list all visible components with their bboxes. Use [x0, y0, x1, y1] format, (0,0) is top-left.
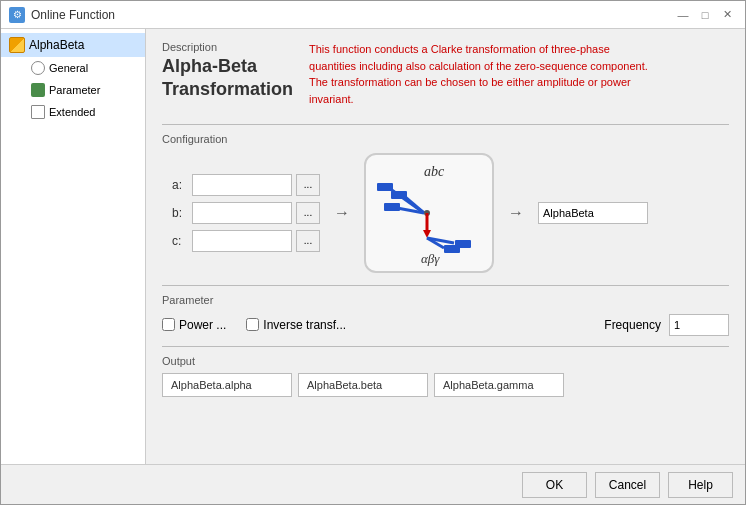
frequency-row: Frequency: [604, 314, 729, 336]
sidebar-label-general: General: [49, 62, 88, 74]
browse-b[interactable]: ...: [296, 202, 320, 224]
close-button[interactable]: ✕: [717, 5, 737, 25]
checkbox-power-input[interactable]: [162, 318, 175, 331]
parameter-body: Power ... Inverse transf... Frequency: [162, 314, 729, 336]
window-controls: — □ ✕: [673, 5, 737, 25]
label-a: a:: [172, 178, 188, 192]
checkbox-inverse: Inverse transf...: [246, 318, 346, 332]
description-label: Description: [162, 41, 293, 53]
svg-text:abc: abc: [424, 164, 445, 179]
divider-3: [162, 346, 729, 347]
svg-text:αβγ: αβγ: [421, 251, 440, 266]
label-c: c:: [172, 234, 188, 248]
output-label: Output: [162, 355, 729, 367]
divider-2: [162, 285, 729, 286]
window-icon: ⚙: [9, 7, 25, 23]
output-section: Output AlphaBeta.alpha AlphaBeta.beta Al…: [162, 355, 729, 397]
svg-marker-9: [423, 230, 431, 238]
alphabeta-icon: [9, 37, 25, 53]
description-text: This function conducts a Clarke transfor…: [309, 41, 649, 112]
input-row-c: c: ...: [172, 230, 320, 252]
output-name-field[interactable]: [538, 202, 648, 224]
input-b[interactable]: [192, 202, 292, 224]
configuration-body: a: ... b: ... c: ...: [162, 153, 729, 273]
parameter-section: Parameter Power ... Inverse transf... Fr…: [162, 294, 729, 336]
content-area: Description Alpha-Beta Transformation Th…: [146, 29, 745, 464]
divider-1: [162, 124, 729, 125]
sidebar-label-alphabeta: AlphaBeta: [29, 38, 84, 52]
sidebar-item-alphabeta[interactable]: AlphaBeta: [1, 33, 145, 57]
arrow-left: →: [334, 204, 350, 222]
output-alpha: AlphaBeta.alpha: [162, 373, 292, 397]
title-bar: ⚙ Online Function — □ ✕: [1, 1, 745, 29]
input-row-a: a: ...: [172, 174, 320, 196]
sidebar-label-parameter: Parameter: [49, 84, 100, 96]
sidebar-subitems: General Parameter Extended: [1, 57, 145, 123]
bottom-bar: OK Cancel Help: [1, 464, 745, 504]
checkbox-inverse-label: Inverse transf...: [263, 318, 346, 332]
transform-diagram: abc: [364, 153, 494, 273]
parameter-icon: [31, 83, 45, 97]
sidebar-item-parameter[interactable]: Parameter: [23, 79, 145, 101]
cancel-button[interactable]: Cancel: [595, 472, 660, 498]
extended-icon: [31, 105, 45, 119]
checkbox-power-label: Power ...: [179, 318, 226, 332]
parameter-label: Parameter: [162, 294, 729, 306]
help-button[interactable]: Help: [668, 472, 733, 498]
svg-rect-5: [391, 191, 407, 199]
output-body: AlphaBeta.alpha AlphaBeta.beta AlphaBeta…: [162, 373, 729, 397]
svg-rect-13: [455, 240, 471, 248]
maximize-button[interactable]: □: [695, 5, 715, 25]
svg-rect-4: [377, 183, 393, 191]
description-left: Description Alpha-Beta Transformation: [162, 41, 293, 112]
sidebar-item-general[interactable]: General: [23, 57, 145, 79]
frequency-label: Frequency: [604, 318, 661, 332]
browse-a[interactable]: ...: [296, 174, 320, 196]
arrow-right: →: [508, 204, 524, 222]
input-group: a: ... b: ... c: ...: [162, 174, 320, 252]
window-title: Online Function: [31, 8, 667, 22]
output-beta: AlphaBeta.beta: [298, 373, 428, 397]
configuration-section: Configuration a: ... b: ...: [162, 133, 729, 273]
ok-button[interactable]: OK: [522, 472, 587, 498]
input-row-b: b: ...: [172, 202, 320, 224]
sidebar: AlphaBeta General Parameter Extended: [1, 29, 146, 464]
frequency-input[interactable]: [669, 314, 729, 336]
description-section: Description Alpha-Beta Transformation Th…: [162, 41, 729, 112]
sidebar-label-extended: Extended: [49, 106, 95, 118]
main-window: ⚙ Online Function — □ ✕ AlphaBeta Genera…: [0, 0, 746, 505]
browse-c[interactable]: ...: [296, 230, 320, 252]
general-icon: [31, 61, 45, 75]
description-title: Alpha-Beta Transformation: [162, 55, 293, 102]
sidebar-item-extended[interactable]: Extended: [23, 101, 145, 123]
checkbox-power: Power ...: [162, 318, 226, 332]
output-gamma: AlphaBeta.gamma: [434, 373, 564, 397]
svg-rect-6: [384, 203, 400, 211]
label-b: b:: [172, 206, 188, 220]
input-a[interactable]: [192, 174, 292, 196]
checkbox-inverse-input[interactable]: [246, 318, 259, 331]
minimize-button[interactable]: —: [673, 5, 693, 25]
configuration-label: Configuration: [162, 133, 729, 145]
diagram-svg: abc: [369, 158, 489, 268]
input-c[interactable]: [192, 230, 292, 252]
main-content: AlphaBeta General Parameter Extended: [1, 29, 745, 464]
